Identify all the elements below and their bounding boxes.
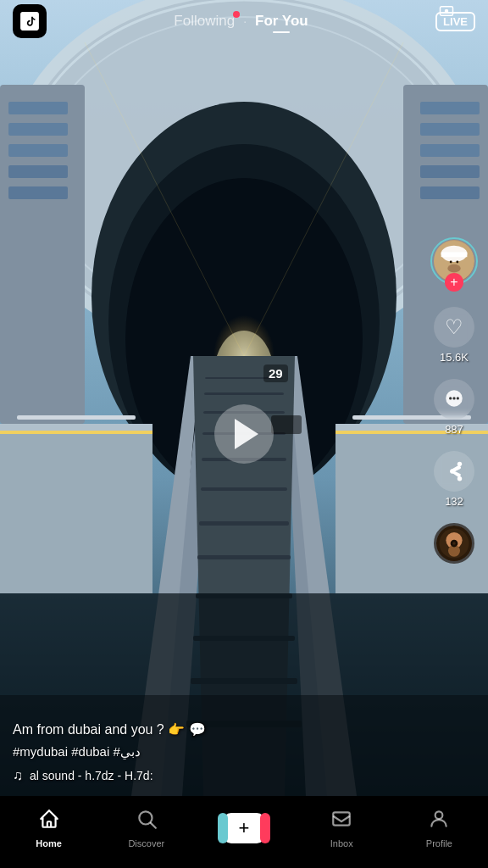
nav-item-profile[interactable]: Profile (391, 808, 488, 849)
svg-rect-57 (441, 252, 468, 257)
comment-button[interactable]: 887 (434, 379, 474, 436)
nav-label-home: Home (36, 838, 62, 849)
comments-count: 887 (445, 423, 463, 436)
svg-rect-46 (271, 415, 302, 434)
svg-point-61 (456, 261, 458, 264)
svg-point-64 (452, 397, 455, 399)
svg-rect-47 (17, 415, 136, 420)
svg-rect-20 (420, 144, 480, 157)
svg-rect-40 (0, 424, 152, 593)
heart-icon-container: ♡ (434, 307, 474, 348)
hashtags: #mydubai #dubai #دبي (13, 744, 420, 760)
likes-count: 15.6K (440, 351, 469, 364)
svg-rect-13 (8, 123, 68, 136)
svg-point-74 (452, 542, 456, 545)
music-note-icon: ♫ (13, 768, 23, 783)
top-navigation: Following · For You LIVE (0, 0, 488, 42)
share-icon-container (434, 451, 474, 492)
svg-rect-22 (420, 186, 480, 199)
video-background (0, 0, 488, 796)
svg-rect-16 (8, 186, 68, 199)
tab-for-you[interactable]: For You (255, 13, 308, 30)
svg-rect-14 (8, 144, 68, 157)
svg-rect-21 (420, 165, 480, 178)
svg-rect-15 (8, 165, 68, 178)
share-icon (443, 460, 465, 482)
music-row: ♫ al sound - h.7dz - H.7d: (13, 768, 420, 783)
comment-icon-container (434, 379, 474, 420)
shares-count: 132 (445, 495, 463, 508)
home-icon (38, 808, 60, 835)
svg-rect-19 (420, 123, 480, 136)
svg-point-65 (457, 397, 459, 399)
svg-rect-12 (8, 102, 68, 114)
svg-line-76 (151, 822, 156, 827)
svg-rect-32 (197, 555, 291, 559)
svg-rect-38 (204, 392, 284, 395)
play-button[interactable] (214, 404, 274, 464)
caption-text: Am from dubai and you ? 👉 💬 (13, 721, 420, 739)
profile-icon (428, 808, 450, 835)
station-number: 29 (263, 364, 288, 382)
inbox-icon (330, 808, 352, 835)
plus-icon: + (239, 817, 250, 839)
svg-rect-33 (199, 521, 289, 526)
music-text: al sound - h.7dz - H.7d: (30, 769, 153, 782)
create-button[interactable]: + (223, 813, 265, 843)
svg-point-60 (450, 261, 452, 264)
nav-tabs: Following · For You (174, 13, 308, 30)
svg-point-54 (445, 8, 449, 13)
nav-item-inbox[interactable]: Inbox (293, 808, 391, 849)
nav-label-discover: Discover (128, 838, 164, 849)
svg-point-59 (447, 264, 460, 273)
nav-label-inbox: Inbox (330, 838, 353, 849)
nav-item-create[interactable]: + (195, 813, 292, 843)
share-button[interactable]: 132 (434, 451, 474, 508)
notification-dot (233, 11, 240, 18)
nav-separator: · (243, 14, 247, 28)
right-sidebar: + ♡ 15.6K 887 (430, 237, 478, 564)
tiktok-logo[interactable] (13, 4, 47, 38)
bottom-caption: Am from dubai and you ? 👉 💬 #mydubai #du… (13, 721, 420, 783)
creator-avatar-container: + (430, 237, 478, 285)
svg-point-78 (435, 811, 443, 819)
bottom-navigation: Home Discover + Inbox (0, 796, 488, 868)
follow-plus-button[interactable]: + (445, 273, 463, 292)
like-button[interactable]: ♡ 15.6K (434, 307, 474, 364)
svg-point-63 (449, 397, 452, 399)
tab-following[interactable]: Following (174, 13, 235, 30)
nav-item-discover[interactable]: Discover (97, 808, 195, 849)
nav-item-home[interactable]: Home (0, 808, 97, 849)
music-disc[interactable] (434, 523, 474, 564)
svg-rect-18 (420, 102, 480, 114)
comment-icon (443, 388, 465, 410)
live-badge[interactable]: LIVE (435, 12, 475, 31)
nav-label-profile: Profile (426, 838, 452, 849)
play-triangle-icon (235, 419, 258, 449)
svg-rect-42 (0, 431, 152, 434)
svg-rect-34 (201, 487, 287, 491)
search-icon (136, 808, 158, 835)
heart-icon: ♡ (445, 315, 463, 339)
